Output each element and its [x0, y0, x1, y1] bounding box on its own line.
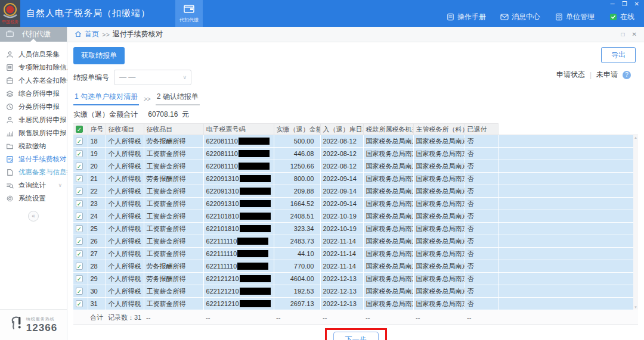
topbar-menu-unit[interactable]: 单位管理 [555, 12, 595, 22]
svg-text:中国税务: 中国税务 [2, 20, 18, 24]
table-row[interactable]: ✓18个人所得税劳务报酬所得622081110500.002022-08-12国… [73, 135, 638, 148]
table-row[interactable]: ✓20个人所得税工资薪金所得6220811101250.662022-08-12… [73, 160, 638, 173]
panel-controls: □ ✕ [621, 31, 637, 38]
footer-cell: -- [413, 310, 465, 325]
cell-ticket-number: 622121210 [203, 285, 274, 298]
help-icon[interactable]: ? [623, 71, 631, 79]
sidebar-item-settings[interactable]: 系统设置 [0, 192, 67, 205]
sidebar-item-shares[interactable]: 限售股所得申报 [0, 126, 67, 139]
cell-branch: 国家税务总局南京江... [413, 260, 465, 273]
row-checkbox[interactable]: ✓ [76, 163, 83, 170]
cell-branch: 国家税务总局南京江... [413, 273, 465, 285]
sidebar-collapse-button[interactable]: « [28, 211, 39, 222]
row-checkbox[interactable]: ✓ [76, 225, 83, 232]
hotline-banner: 纳税服务热线 12366 [0, 309, 67, 340]
cell-authority: 国家税务总局南京... [363, 148, 413, 160]
table-row[interactable]: ✓19个人所得税工资薪金所得622081110446.082022-08-12国… [73, 148, 638, 160]
sidebar-item-label: 退付手续费核对 [18, 155, 67, 164]
table-row[interactable]: ✓29个人所得税劳务报酬所得6221212104604.002022-12-13… [73, 273, 638, 285]
row-checkbox[interactable]: ✓ [76, 138, 83, 145]
table-row[interactable]: ✓22个人所得税工资薪金所得622091310209.882022-09-14国… [73, 185, 638, 198]
table-row[interactable]: ✓23个人所得税工资薪金所得6220913101664.522022-09-14… [73, 198, 638, 210]
sidebar-item-filing[interactable]: 优惠备案与信息报送∨ [0, 166, 67, 179]
step-1-tab[interactable]: 1 勾选单户核对清册 [73, 92, 139, 105]
row-checkbox[interactable]: ✓ [76, 288, 83, 295]
hotline-headset-icon [10, 315, 23, 335]
minimize-button[interactable]: ─ [611, 1, 615, 7]
select-all-checkbox[interactable]: ✓ [76, 126, 83, 133]
sidebar-item-personnel[interactable]: 人员信息采集 [0, 48, 67, 61]
cell-branch: 国家税务总局南京江... [413, 173, 465, 185]
cell-authority: 国家税务总局南京... [363, 260, 413, 273]
cell-date: 2022-11-14 [320, 260, 363, 273]
panel-close-icon[interactable]: ✕ [632, 31, 637, 38]
table-row[interactable]: ✓27个人所得税工资薪金所得62211111044.102022-11-14国家… [73, 248, 638, 260]
topbar-menu-online[interactable]: 在线 [609, 12, 634, 22]
sidebar-item-payment[interactable]: 税款缴纳 [0, 139, 67, 152]
footer-cell: -- [465, 310, 498, 325]
content-panel: 获取结报单 导出 结报单编号 — — ∨ 申请状态 | 未申请 ? 1 勾选 [67, 42, 644, 340]
application-status: 申请状态 | 未申请 ? [556, 70, 631, 80]
topbar-menu-manual[interactable]: 操作手册 [446, 12, 486, 22]
sidebar-item-classified[interactable]: 分类所得申报 [0, 100, 67, 113]
restore-button[interactable]: ❐ [622, 1, 627, 7]
row-checkbox[interactable]: ✓ [76, 250, 83, 257]
cell-date: 2022-12-13 [320, 273, 363, 285]
cell-refunded: 否 [465, 285, 498, 298]
next-step-button[interactable]: 下一步 [333, 332, 379, 340]
cell-refunded: 否 [465, 223, 498, 235]
summary-label: 实缴（退）金额合计 [73, 110, 138, 118]
table-row[interactable]: ✓31个人所得税工资薪金所得6221212102697.132022-12-13… [73, 298, 638, 310]
sidebar-item-query[interactable]: 查询统计∨ [0, 179, 67, 192]
cell-authority: 国家税务总局南京... [363, 210, 413, 223]
step-2-tab[interactable]: 2 确认结报单 [156, 92, 200, 105]
row-checkbox[interactable]: ✓ [76, 213, 83, 220]
table-row[interactable]: ✓21个人所得税劳务报酬所得622091310800.002022-09-14国… [73, 173, 638, 185]
sidebar-item-deduction[interactable]: 专项附加扣除信息采集 [0, 61, 67, 74]
panel-restore-icon[interactable]: □ [621, 31, 625, 38]
table-row[interactable]: ✓26个人所得税工资薪金所得6221111102483.732022-11-14… [73, 235, 638, 248]
scroll-down-icon[interactable]: ▼ [634, 305, 637, 310]
cell-authority: 国家税务总局南京... [363, 298, 413, 310]
row-checkbox[interactable]: ✓ [76, 200, 83, 207]
row-checkbox[interactable]: ✓ [76, 188, 83, 195]
sidebar-item-refund[interactable]: 退付手续费核对 [0, 152, 67, 166]
breadcrumb-home[interactable]: 首页 [85, 29, 99, 39]
row-checkbox[interactable]: ✓ [76, 175, 83, 182]
cell-refunded: 否 [465, 185, 498, 198]
cell-filler [498, 273, 638, 285]
export-button[interactable]: 导出 [601, 47, 636, 63]
sidebar-item-nonresident[interactable]: 非居民所得申报 [0, 113, 67, 126]
header-checkbox-cell: ✓ [73, 124, 88, 135]
statement-number-select[interactable]: — — ∨ [114, 70, 191, 85]
table-scrollbar[interactable]: ▲ ▼ [633, 135, 638, 310]
table-row[interactable]: ✓30个人所得税工资薪金所得622121210192.532022-12-13国… [73, 285, 638, 298]
cell-tax-item: 个人所得税 [106, 235, 144, 248]
cell-tax-category: 工资薪金所得 [144, 160, 203, 173]
footer-cell [73, 310, 88, 325]
message-icon [500, 13, 509, 21]
cell-tax-item: 个人所得税 [106, 198, 144, 210]
topbar-menu-message[interactable]: 消息中心 [500, 12, 540, 22]
row-checkbox[interactable]: ✓ [76, 300, 83, 307]
topbar-tab-withholding[interactable]: 代扣代缴 [175, 0, 203, 27]
sidebar-item-composite[interactable]: 综合所得申报 [0, 87, 67, 100]
cell-tax-category: 工资薪金所得 [144, 198, 203, 210]
cell-tax-category: 劳务报酬所得 [144, 173, 203, 185]
table-row[interactable]: ✓24个人所得税工资薪金所得6221018102408.512022-10-19… [73, 210, 638, 223]
redacted-ticket-number [240, 188, 271, 195]
person2-icon [6, 116, 14, 124]
row-checkbox[interactable]: ✓ [76, 238, 83, 245]
table-row[interactable]: ✓25个人所得税工资薪金所得622101810323.342022-10-19国… [73, 223, 638, 235]
redacted-ticket-number [237, 263, 268, 270]
hotline-number: 12366 [26, 322, 57, 334]
sidebar-item-pension[interactable]: 个人养老金扣除信息采集 [0, 74, 67, 87]
row-checkbox[interactable]: ✓ [76, 275, 83, 282]
close-button[interactable]: ✕ [634, 1, 639, 7]
sidebar-menu: 人员信息采集专项附加扣除信息采集个人养老金扣除信息采集综合所得申报分类所得申报非… [0, 42, 67, 205]
row-checkbox[interactable]: ✓ [76, 263, 83, 270]
scroll-up-icon[interactable]: ▲ [634, 135, 637, 140]
row-checkbox[interactable]: ✓ [76, 150, 83, 157]
get-statement-button[interactable]: 获取结报单 [73, 47, 125, 64]
table-row[interactable]: ✓28个人所得税劳务报酬所得622111110770.002022-11-14国… [73, 260, 638, 273]
